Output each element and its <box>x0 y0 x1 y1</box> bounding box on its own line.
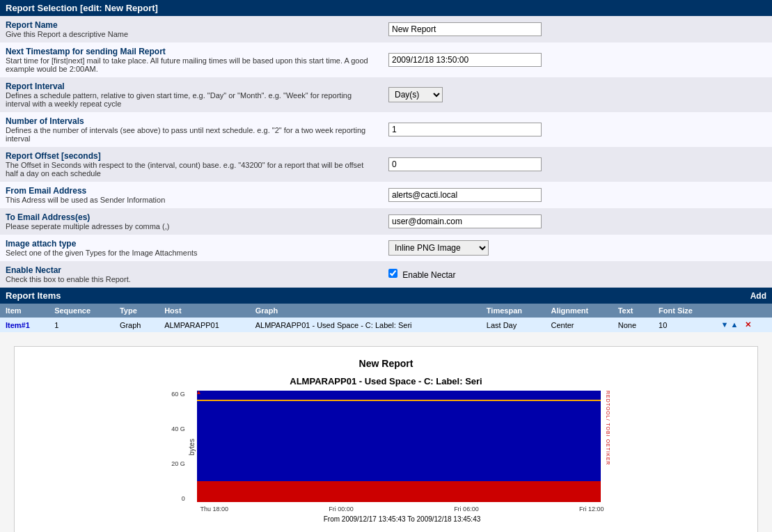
report-name-input[interactable] <box>388 22 542 36</box>
interval-select[interactable]: Day(s) Week(s) Month(s) <box>388 87 443 102</box>
y-tick-0: 0 <box>171 495 185 502</box>
num-intervals-desc: Defines a the number of intervals (see a… <box>6 126 377 143</box>
to-email-desc: Please seperate multiple adresses by com… <box>6 222 377 230</box>
form-row-report-name: Report Name Give this Report a descripti… <box>0 16 772 42</box>
report-name-title: Report Name <box>6 20 377 30</box>
col-type: Type <box>114 304 159 318</box>
enable-nectar-checkbox[interactable] <box>388 269 397 278</box>
date-range: From 2009/12/17 13:45:43 To 2009/12/18 1… <box>324 515 481 523</box>
enable-nectar-input-cell: Enable Nectar <box>383 261 772 288</box>
report-items-header: Report Items Add <box>0 288 772 304</box>
y-axis-label: bytes <box>188 391 196 504</box>
image-type-select[interactable]: Inline PNG Image Attached PNG Image Inli… <box>388 240 489 256</box>
watermark: REDTOOL/ TOBI OETIKER <box>606 391 610 465</box>
host-cell: ALMPARAPP01 <box>159 318 250 332</box>
col-host: Host <box>159 304 250 318</box>
page-title: Report Selection [edit: New Report] <box>6 3 158 13</box>
graph-cell: ALMPARAPP01 - Used Space - C: Label: Ser… <box>250 318 481 332</box>
chart-title: New Report <box>26 358 746 369</box>
from-email-input-cell <box>383 182 772 208</box>
from-email-label-cell: From Email Address This Adress will be u… <box>0 182 383 208</box>
offset-desc: The Offset in Seconds with respect to th… <box>6 161 377 178</box>
from-email-desc: This Adress will be used as Sender Infor… <box>6 196 377 204</box>
to-email-input-cell <box>383 208 772 235</box>
x-axis-labels: Thu 18:00 Fri 00:00 Fri 06:00 Fri 12:00 <box>200 506 604 513</box>
enable-nectar-checkbox-text: Enable Nectar <box>402 270 455 280</box>
col-font-size: Font Size <box>653 304 716 318</box>
timestamp-input[interactable] <box>388 53 542 67</box>
add-item-link[interactable]: Add <box>750 291 766 301</box>
item-cell: Item#1 <box>0 318 49 332</box>
from-email-input[interactable] <box>388 188 542 202</box>
enable-nectar-checkbox-label[interactable]: Enable Nectar <box>388 270 455 280</box>
timespan-cell: Last Day <box>481 318 546 332</box>
timestamp-desc: Start time for [first|next] mail to take… <box>6 56 377 73</box>
form-row-image-type: Image attach type Select one of the give… <box>0 235 772 261</box>
timestamp-title: Next Timestamp for sending Mail Report <box>6 47 377 56</box>
sequence-cell: 1 <box>49 318 114 332</box>
alignment-cell: Center <box>545 318 612 332</box>
actions-cell: ▼ ▲ ✕ <box>716 318 772 332</box>
offset-input-cell <box>383 147 772 182</box>
image-type-label-cell: Image attach type Select one of the give… <box>0 235 383 261</box>
image-type-select-cell: Inline PNG Image Attached PNG Image Inli… <box>383 235 772 261</box>
col-timespan: Timespan <box>481 304 546 318</box>
y-axis-ticks: 60 G 40 G 20 G 0 <box>171 391 188 502</box>
move-up-icon[interactable]: ▲ <box>730 320 738 329</box>
col-item: Item <box>0 304 49 318</box>
font-size-cell: 10 <box>653 318 716 332</box>
x-label-fri12: Fri 12:00 <box>579 506 604 513</box>
x-label-fri06: Fri 06:00 <box>454 506 479 513</box>
enable-nectar-desc: Check this box to enable this Report. <box>6 275 377 283</box>
report-items-table: Item Sequence Type Host Graph Timespan A… <box>0 304 772 332</box>
interval-label-cell: Report Interval Defines a schedule patte… <box>0 77 383 112</box>
y-tick-60: 60 G <box>171 391 185 398</box>
image-type-title: Image attach type <box>6 239 377 249</box>
page-header: Report Selection [edit: New Report] <box>0 0 772 16</box>
form-row-to-email: To Email Address(es) Please seperate mul… <box>0 208 772 235</box>
form-row-offset: Report Offset [seconds] The Offset in Se… <box>0 147 772 182</box>
graph-wrapper: bytes <box>188 391 601 504</box>
chart-container: New Report ALMPARAPP01 - Used Space - C:… <box>14 346 758 532</box>
interval-select-cell: Day(s) Week(s) Month(s) <box>383 77 772 112</box>
timestamp-label-cell: Next Timestamp for sending Mail Report S… <box>0 42 383 77</box>
type-cell: Graph <box>114 318 159 332</box>
num-intervals-label-cell: Number of Intervals Defines a the number… <box>0 112 383 147</box>
move-down-icon[interactable]: ▼ <box>721 320 729 329</box>
enable-nectar-title: Enable Nectar <box>6 265 377 275</box>
col-text: Text <box>613 304 653 318</box>
from-email-title: From Email Address <box>6 186 377 196</box>
offset-title: Report Offset [seconds] <box>6 151 377 161</box>
delete-icon[interactable]: ✕ <box>745 320 751 329</box>
graph-svg <box>197 391 601 502</box>
enable-nectar-label-cell: Enable Nectar Check this box to enable t… <box>0 261 383 288</box>
interval-desc: Defines a schedule pattern, relative to … <box>6 91 377 108</box>
to-email-input[interactable] <box>388 214 542 228</box>
offset-input[interactable] <box>388 157 542 171</box>
graph-area: ALMPARAPP01 - Used Space - C: Label: Ser… <box>26 376 746 532</box>
graph-body: REDTOOL/ TOBI OETIKER <box>197 391 601 504</box>
col-sequence: Sequence <box>49 304 114 318</box>
timestamp-input-cell <box>383 42 772 77</box>
form-row-timestamp: Next Timestamp for sending Mail Report S… <box>0 42 772 77</box>
report-name-desc: Give this Report a descriptive Name <box>6 30 377 38</box>
report-name-label-cell: Report Name Give this Report a descripti… <box>0 16 383 42</box>
y-tick-20: 20 G <box>171 460 185 467</box>
graph-title: ALMPARAPP01 - Used Space - C: Label: Ser… <box>290 376 482 386</box>
offset-label-cell: Report Offset [seconds] The Offset in Se… <box>0 147 383 182</box>
col-alignment: Alignment <box>545 304 612 318</box>
form-row-interval: Report Interval Defines a schedule patte… <box>0 77 772 112</box>
items-header-row: Item Sequence Type Host Graph Timespan A… <box>0 304 772 318</box>
interval-title: Report Interval <box>6 81 377 91</box>
item-link[interactable]: Item#1 <box>6 321 30 329</box>
to-email-label-cell: To Email Address(es) Please seperate mul… <box>0 208 383 235</box>
table-row: Item#1 1 Graph ALMPARAPP01 ALMPARAPP01 -… <box>0 318 772 332</box>
form-row-enable-nectar: Enable Nectar Check this box to enable t… <box>0 261 772 288</box>
form-row-num-intervals: Number of Intervals Defines a the number… <box>0 112 772 147</box>
report-name-input-cell <box>383 16 772 42</box>
report-form: Report Name Give this Report a descripti… <box>0 16 772 288</box>
col-actions <box>716 304 772 318</box>
form-row-from-email: From Email Address This Adress will be u… <box>0 182 772 208</box>
num-intervals-input-cell <box>383 112 772 147</box>
num-intervals-input[interactable] <box>388 123 542 136</box>
